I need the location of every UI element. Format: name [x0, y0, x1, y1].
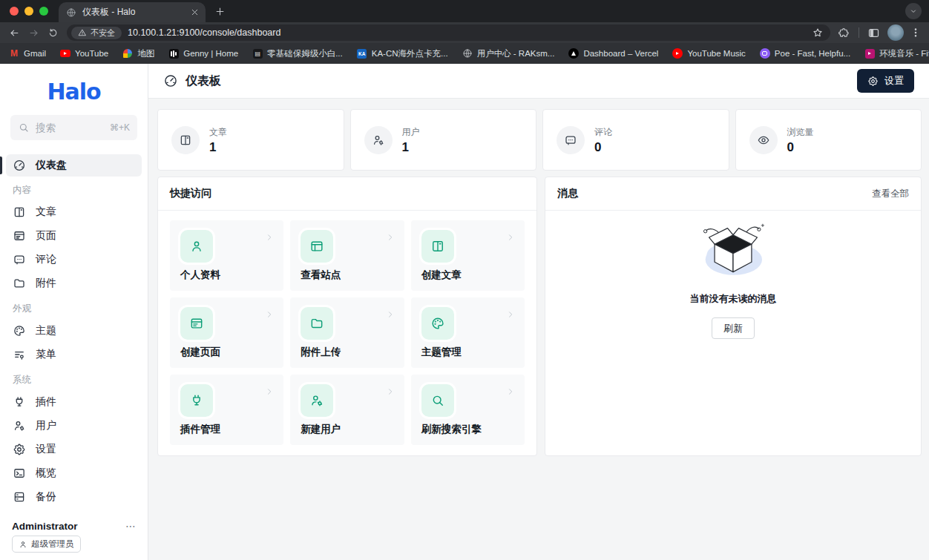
- stat-card: 文章 1: [157, 109, 344, 171]
- quick-access-tile[interactable]: 新建用户: [290, 375, 404, 445]
- bookmark-item[interactable]: 用户中心 - RAKsm...: [462, 48, 555, 59]
- reload-button[interactable]: [43, 24, 62, 42]
- settings-button[interactable]: 设置: [857, 69, 914, 93]
- new-tab-button[interactable]: [214, 6, 226, 17]
- bookmark-item[interactable]: YouTube: [60, 48, 108, 59]
- empty-box-illustration: [693, 221, 773, 283]
- user-icon: [19, 540, 27, 549]
- messages-empty-state: 当前没有未读的消息 刷新: [545, 211, 921, 455]
- tile-label: 创建页面: [180, 346, 273, 359]
- chevron-right-icon: [385, 386, 395, 397]
- quick-access-tile[interactable]: 主题管理: [411, 297, 525, 368]
- profile-avatar[interactable]: [887, 24, 904, 41]
- poe-icon: [760, 48, 770, 59]
- search-icon: [18, 122, 30, 134]
- tab-title: 仪表板 - Halo: [82, 6, 184, 19]
- quick-access-tile[interactable]: 刷新搜索引擎: [411, 375, 525, 445]
- window-zoom-button[interactable]: [39, 7, 48, 16]
- address-bar[interactable]: 不安全 10.100.1.21:9100/console/dashboard: [67, 24, 830, 41]
- sidebar-item[interactable]: 主题: [6, 319, 142, 343]
- tile-label: 主题管理: [421, 346, 514, 359]
- bookmark-item[interactable]: 环境音乐 - FiftySo...: [864, 48, 929, 59]
- forward-button[interactable]: [24, 24, 43, 42]
- chevron-right-icon: [505, 232, 516, 243]
- rak-globe-icon: [462, 48, 473, 59]
- bookmark-label: YouTube Music: [687, 49, 745, 58]
- sidebar-item[interactable]: 应用市场: [6, 509, 142, 514]
- bookmark-item[interactable]: M Gmail: [9, 48, 46, 59]
- sidebar-item[interactable]: 备份: [6, 485, 142, 509]
- bookmark-item[interactable]: YouTube Music: [672, 48, 745, 59]
- sidebar-item[interactable]: 评论: [6, 248, 142, 271]
- security-chip[interactable]: 不安全: [71, 27, 122, 39]
- palette-icon: [421, 307, 454, 340]
- browser-window: 仪表板 - Halo 不安全 10.100.1.21:9100/console/…: [0, 0, 929, 560]
- tile-label: 插件管理: [180, 423, 273, 436]
- bookmark-item[interactable]: 地图: [122, 48, 154, 59]
- messages-panel: 消息 查看全部: [545, 177, 922, 456]
- stat-value: 0: [787, 141, 814, 154]
- sidebar-item-dashboard[interactable]: 仪表盘: [6, 154, 142, 177]
- refresh-button[interactable]: 刷新: [712, 317, 755, 339]
- search-input[interactable]: [36, 122, 104, 134]
- active-indicator: [0, 157, 2, 174]
- sidebar-item[interactable]: 插件: [6, 390, 142, 414]
- browser-menu-icon[interactable]: [910, 27, 922, 39]
- side-panel-icon[interactable]: [867, 27, 880, 39]
- sidebar-item[interactable]: 用户: [6, 414, 142, 438]
- gmail-icon: M: [9, 48, 19, 59]
- sidebar-item-label: 附件: [36, 277, 56, 290]
- page-header: 仪表板 设置: [148, 64, 929, 99]
- url-text: 10.100.1.21:9100/console/dashboard: [128, 27, 810, 38]
- page-icon: [180, 307, 213, 340]
- back-button[interactable]: [4, 24, 24, 42]
- browser-tab[interactable]: 仪表板 - Halo: [59, 2, 206, 22]
- stat-value: 1: [402, 141, 420, 154]
- window-close-button[interactable]: [10, 7, 19, 16]
- quick-access-tile[interactable]: 创建文章: [411, 220, 525, 291]
- plug-icon: [180, 384, 213, 417]
- sidebar-item[interactable]: 概览: [6, 461, 142, 485]
- backup-icon: [13, 490, 26, 504]
- search-shortcut: ⌘+K: [110, 122, 130, 133]
- profile-name: Administrator: [12, 521, 78, 532]
- sidebar-item[interactable]: 设置: [6, 438, 142, 461]
- plug-icon: [13, 395, 26, 409]
- bookmark-label: 地图: [137, 48, 154, 59]
- bookmark-star-icon[interactable]: [812, 27, 824, 39]
- folder-icon: [13, 277, 26, 290]
- extensions-puzzle-icon[interactable]: [838, 27, 850, 39]
- profile-section[interactable]: Administrator ⋯ 超级管理员: [0, 514, 148, 560]
- bookmark-item[interactable]: Poe - Fast, Helpfu...: [760, 48, 850, 59]
- tile-label: 附件上传: [301, 346, 393, 359]
- tile-label: 刷新搜索引擎: [421, 423, 514, 436]
- tab-search-button[interactable]: [905, 3, 922, 19]
- quick-access-tile[interactable]: 插件管理: [170, 375, 283, 445]
- quick-access-tile[interactable]: 附件上传: [290, 297, 404, 368]
- bookmark-item[interactable]: ▤ 零基础保姆级小白...: [252, 48, 343, 59]
- view-all-link[interactable]: 查看全部: [872, 188, 909, 200]
- bookmark-label: KA-CN海外点卡充...: [372, 48, 448, 59]
- stat-card: 浏览量 0: [735, 109, 922, 171]
- sidebar-item-label: 仪表盘: [36, 159, 67, 172]
- quick-access-tile[interactable]: 查看站点: [290, 220, 404, 291]
- bookmark-label: Dashboard – Vercel: [583, 49, 658, 58]
- dashboard-content: 文章 1 用户 1: [148, 99, 929, 560]
- quick-access-tile[interactable]: 个人资料: [170, 220, 283, 291]
- bookmark-item[interactable]: Dashboard – Vercel: [568, 48, 658, 59]
- bookmark-label: 用户中心 - RAKsm...: [477, 48, 555, 59]
- sidebar-item[interactable]: 菜单: [6, 343, 142, 366]
- profile-menu-button[interactable]: ⋯: [125, 520, 136, 532]
- bookmark-item[interactable]: KA KA-CN海外点卡充...: [357, 48, 448, 59]
- stat-label: 浏览量: [787, 126, 814, 139]
- sidebar-item[interactable]: 页面: [6, 224, 142, 248]
- quick-access-tile[interactable]: 创建页面: [170, 297, 283, 368]
- search-icon: [421, 384, 454, 417]
- search-box[interactable]: ⌘+K: [10, 115, 137, 140]
- palette-icon: [13, 324, 26, 337]
- tab-close-icon[interactable]: [190, 7, 200, 17]
- window-minimize-button[interactable]: [24, 7, 33, 16]
- bookmark-item[interactable]: Genny | Home: [168, 48, 238, 59]
- sidebar-item[interactable]: 附件: [6, 271, 142, 295]
- sidebar-item[interactable]: 文章: [6, 200, 142, 224]
